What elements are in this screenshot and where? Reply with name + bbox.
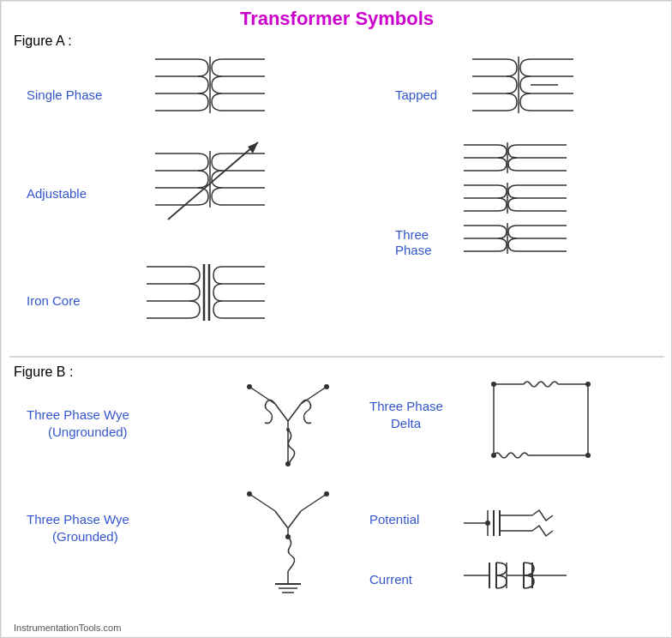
wye-ungrounded-label2: (Ungrounded) — [48, 424, 128, 439]
svg-point-66 — [324, 384, 329, 389]
footer-text: InstrumentationTools.com — [14, 623, 121, 633]
figure-a-label: Figure A : — [14, 33, 72, 48]
wye-grounded-label: Three Phase Wye — [27, 512, 129, 527]
svg-point-80 — [491, 453, 496, 458]
three-phase-label: Three — [395, 227, 429, 242]
svg-point-81 — [585, 453, 591, 458]
single-phase-label: Single Phase — [27, 87, 102, 102]
svg-point-64 — [247, 384, 252, 389]
figure-b-label: Figure B : — [14, 364, 73, 379]
page-title: Transformer Symbols — [240, 8, 434, 29]
tapped-label: Tapped — [395, 87, 437, 102]
wye-ungrounded-label: Three Phase Wye — [27, 407, 129, 422]
current-label: Current — [369, 572, 413, 587]
svg-point-93 — [285, 534, 291, 539]
three-phase-label2: Phase — [395, 243, 432, 257]
iron-core-label: Iron Core — [27, 293, 81, 308]
potential-label: Potential — [369, 512, 419, 527]
delta-label: Three Phase — [369, 399, 443, 413]
svg-point-85 — [324, 491, 329, 497]
wye-grounded-label2: (Grounded) — [52, 529, 118, 544]
svg-point-83 — [247, 491, 252, 497]
delta-label2: Delta — [391, 416, 422, 430]
adjustable-label: Adjustable — [27, 186, 87, 201]
